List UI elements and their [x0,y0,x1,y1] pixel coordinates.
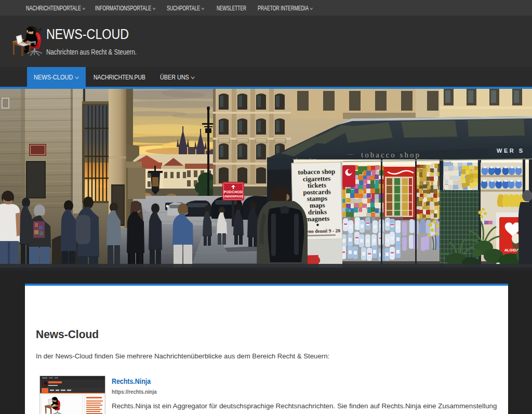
svg-text:WER S: WER S [497,148,525,154]
svg-text:magnets: magnets [305,215,330,223]
svg-text:PODCHOD: PODCHOD [224,190,243,194]
svg-text:UNDERPASS: UNDERPASS [223,194,243,198]
